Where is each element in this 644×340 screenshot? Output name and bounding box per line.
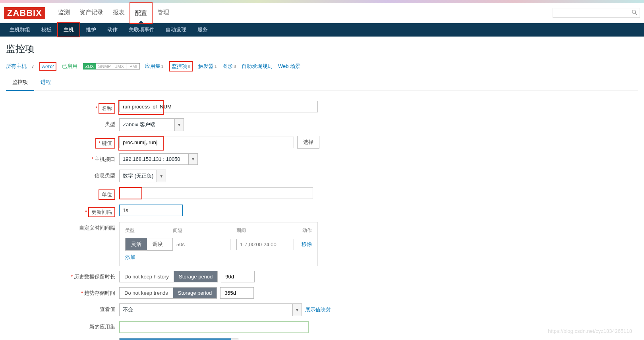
key-input[interactable] xyxy=(119,137,294,148)
subnav-discovery[interactable]: 自动发现 xyxy=(160,23,192,37)
subnav-services[interactable]: 服务 xyxy=(192,23,213,37)
separator: / xyxy=(32,64,34,70)
ci-remove-link[interactable]: 移除 xyxy=(300,241,312,248)
nav-reports[interactable]: 报表 xyxy=(108,2,130,24)
ipmi-tag: IPMI xyxy=(126,63,140,70)
ci-flexible-button[interactable]: 灵活 xyxy=(126,238,147,250)
nav-administration[interactable]: 管理 xyxy=(153,2,174,24)
interface-select-button[interactable]: ▼ xyxy=(189,153,198,165)
new-app-label: 新的应用集 xyxy=(89,324,115,330)
zabbix-logo[interactable]: ZABBIX xyxy=(4,7,45,19)
app-listbox-item-none[interactable]: -无- xyxy=(120,338,231,340)
show-value-select-button[interactable]: ▼ xyxy=(293,303,302,316)
app-listbox[interactable]: -无- ▲ xyxy=(119,338,238,340)
snmp-tag: SNMP xyxy=(96,63,113,70)
history-storage-button[interactable]: Storage period xyxy=(174,271,217,282)
form-tabs: 监控项 进程 xyxy=(6,75,638,91)
subnav-hostgroups[interactable]: 主机群组 xyxy=(4,23,36,37)
main-header: ZABBIX 监测 资产记录 报表 配置 管理 xyxy=(0,3,644,23)
infotype-label: 信息类型 xyxy=(95,172,115,178)
history-nokeep-button[interactable]: Do not keep history xyxy=(120,271,174,282)
app-count: 1 xyxy=(161,64,164,69)
custom-interval-panel: 类型 间隔 期间 动作 灵活 调度 xyxy=(119,222,318,266)
zbx-tag: ZBX xyxy=(83,63,96,70)
unit-label: 单位 xyxy=(99,189,115,200)
trend-value-input[interactable] xyxy=(220,287,254,299)
page-content: 监控项 所有主机 / web2 已启用 ZBXSNMPJMXIPMI 应用集1 … xyxy=(0,37,644,340)
show-value-mapping-link[interactable]: 展示值映射 xyxy=(305,306,331,313)
search-input[interactable] xyxy=(555,10,632,16)
key-label: 键值 xyxy=(102,140,112,146)
page-title: 监控项 xyxy=(6,42,638,55)
new-app-input[interactable] xyxy=(119,321,309,333)
subnav-correlation[interactable]: 关联项事件 xyxy=(123,23,160,37)
availability-tags: ZBXSNMPJMXIPMI xyxy=(83,63,139,70)
applications-link[interactable]: 应用集 xyxy=(145,63,161,69)
interface-select[interactable]: 192.168.152.131 : 10050 xyxy=(119,153,189,165)
tab-process[interactable]: 进程 xyxy=(34,75,57,91)
tab-item[interactable]: 监控项 xyxy=(6,75,34,91)
update-interval-input[interactable] xyxy=(119,205,183,216)
nav-inventory[interactable]: 资产记录 xyxy=(75,2,108,24)
interface-label: 主机接口 xyxy=(95,156,115,162)
type-label: 类型 xyxy=(105,121,115,127)
subnav-actions[interactable]: 动作 xyxy=(102,23,123,37)
web-scenarios-link[interactable]: Web 场景 xyxy=(278,63,300,70)
discovery-rules-link[interactable]: 自动发现规则 xyxy=(242,63,273,70)
enabled-status: 已启用 xyxy=(62,63,77,70)
items-count: 8 xyxy=(188,64,190,69)
type-select[interactable]: Zabbix 客户端 xyxy=(119,118,175,131)
custom-interval-label: 自定义时间间隔 xyxy=(79,225,115,231)
trend-nokeep-button[interactable]: Do not keep trends xyxy=(120,288,173,298)
graphs-link[interactable]: 图形 xyxy=(222,63,233,69)
triggers-count: 1 xyxy=(215,64,217,69)
type-select-button[interactable]: ▼ xyxy=(175,118,184,131)
unit-input[interactable] xyxy=(142,187,313,199)
nav-monitoring[interactable]: 监测 xyxy=(53,2,75,24)
ci-interval-input[interactable] xyxy=(173,239,230,250)
unit-input-highlight[interactable] xyxy=(119,187,142,199)
infotype-select-button[interactable]: ▼ xyxy=(157,170,166,182)
watermark-text: https://blog.csdn.net/cyz1834265118 xyxy=(548,328,632,334)
chevron-down-icon: ▼ xyxy=(159,174,163,178)
triggers-link[interactable]: 触发器 xyxy=(198,63,214,69)
host-info-row: 所有主机 / web2 已启用 ZBXSNMPJMXIPMI 应用集1 监控项8… xyxy=(6,61,638,71)
trend-mode-toggle: Do not keep trends Storage period xyxy=(119,287,217,299)
history-value-input[interactable] xyxy=(221,271,255,282)
search-icon[interactable] xyxy=(632,10,637,16)
ci-scheduling-button[interactable]: 调度 xyxy=(147,238,168,250)
svg-point-0 xyxy=(632,10,636,14)
name-label: 名称 xyxy=(99,103,115,114)
show-value-label: 查看值 xyxy=(100,306,115,312)
trend-label: 趋势存储时间 xyxy=(84,290,115,296)
infotype-select[interactable]: 数字 (无正负) xyxy=(119,170,157,182)
nav-configuration[interactable]: 配置 xyxy=(130,2,153,24)
ci-period-header: 期间 xyxy=(236,227,300,234)
show-value-select[interactable]: 不变 xyxy=(119,303,293,316)
subnav-templates[interactable]: 模板 xyxy=(36,23,57,37)
subnav-hosts[interactable]: 主机 xyxy=(57,22,80,37)
jmx-tag: JMX xyxy=(113,63,126,70)
chevron-down-icon: ▼ xyxy=(295,308,299,312)
subnav-maintenance[interactable]: 维护 xyxy=(80,23,102,37)
item-form: *名称 类型 Zabbix 客户端 ▼ *键值 选择 *主机接口 xyxy=(6,101,403,340)
key-select-button[interactable]: 选择 xyxy=(297,136,319,149)
update-interval-label: 更新间隔 xyxy=(88,207,115,217)
sub-navigation: 主机群组 模板 主机 维护 动作 关联项事件 自动发现 服务 xyxy=(0,23,644,37)
ci-type-toggle: 灵活 调度 xyxy=(125,238,173,251)
chevron-down-icon: ▼ xyxy=(191,157,195,161)
name-input[interactable] xyxy=(119,101,318,112)
items-link[interactable]: 监控项 xyxy=(172,63,187,69)
history-mode-toggle: Do not keep history Storage period xyxy=(119,271,218,282)
trend-storage-button[interactable]: Storage period xyxy=(173,288,217,298)
all-hosts-link[interactable]: 所有主机 xyxy=(6,63,27,70)
listbox-scroll-up[interactable]: ▲ xyxy=(231,338,238,340)
graphs-count: 8 xyxy=(234,64,236,69)
history-label: 历史数据保留时长 xyxy=(74,274,115,280)
chevron-down-icon: ▼ xyxy=(177,123,181,127)
search-container xyxy=(553,8,640,18)
ci-add-link[interactable]: 添加 xyxy=(125,254,312,261)
ci-period-input[interactable] xyxy=(236,239,294,250)
svg-line-1 xyxy=(635,13,637,15)
host-name-link[interactable]: web2 xyxy=(42,64,54,70)
